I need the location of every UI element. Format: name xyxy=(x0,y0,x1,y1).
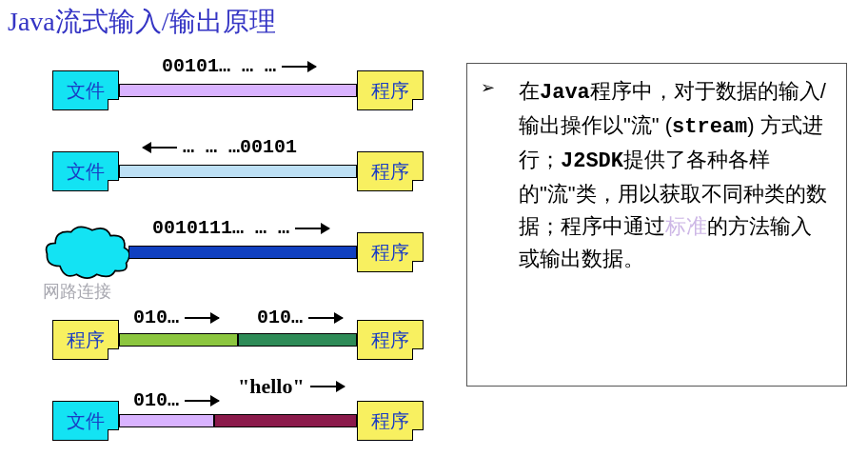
source-program-node: 程序 xyxy=(52,320,119,360)
stream-bar xyxy=(119,84,357,97)
node-label: 文件 xyxy=(67,78,105,104)
stream-bits-label: 010… xyxy=(133,389,219,411)
page-title: Java流式输入/输出原理 xyxy=(8,4,276,40)
row-program-to-program: 程序 010… 010… 程序 xyxy=(48,297,447,373)
arrow-right-icon xyxy=(185,400,219,402)
stream-bits-label-1: 010… xyxy=(133,307,219,328)
stream-bits-label-2: 010… xyxy=(257,307,343,328)
arrow-right-icon xyxy=(295,228,329,229)
stream-bar-1 xyxy=(119,414,214,427)
target-program-node: 程序 xyxy=(357,232,424,272)
node-label: 程序 xyxy=(67,327,105,353)
node-label: 程序 xyxy=(371,159,409,185)
node-label: 程序 xyxy=(371,408,409,434)
source-file-node: 文件 xyxy=(52,401,119,441)
explanation-text: 在Java程序中，对于数据的输入/输出操作以"流" (stream) 方式进行；… xyxy=(519,75,829,276)
node-label: 文件 xyxy=(67,159,105,185)
stream-bar-1 xyxy=(119,333,238,347)
arrow-left-icon xyxy=(143,147,177,149)
stream-bar-2 xyxy=(238,333,357,347)
node-label: 程序 xyxy=(371,240,409,266)
cloud-icon xyxy=(40,225,135,280)
row-network-to-program: 0010111… … … 程序 网路连接 xyxy=(48,209,447,286)
stream-bar xyxy=(119,165,357,178)
stream-bits-label: … … …00101 xyxy=(143,136,297,158)
explanation-box: ➢ 在Java程序中，对于数据的输入/输出操作以"流" (stream) 方式进… xyxy=(466,63,847,387)
target-program-node: 程序 xyxy=(357,320,424,360)
target-program-node: 程序 xyxy=(357,401,424,441)
stream-bar xyxy=(128,246,357,259)
stream-diagram: 文件 00101… … … 程序 文件 … … …00101 程序 xyxy=(48,48,447,459)
source-program-node: 程序 xyxy=(357,151,424,191)
row-file-hello-program: 文件 010… "hello" 程序 xyxy=(48,378,447,454)
hello-label: "hello" xyxy=(238,374,345,399)
arrow-right-icon xyxy=(308,317,343,319)
source-file-node: 文件 xyxy=(52,70,119,110)
stream-bits-label: 0010111… … … xyxy=(152,217,329,239)
stream-bar-2 xyxy=(214,414,357,427)
node-label: 程序 xyxy=(371,78,409,104)
target-program-node: 程序 xyxy=(357,70,424,110)
arrow-right-icon xyxy=(185,317,219,319)
row-program-to-file: 文件 … … …00101 程序 xyxy=(48,129,447,205)
row-file-to-program: 文件 00101… … … 程序 xyxy=(48,48,447,124)
stream-bits-label: 00101… … … xyxy=(162,55,316,77)
bullet-icon: ➢ xyxy=(481,75,519,276)
node-label: 文件 xyxy=(67,408,105,434)
arrow-right-icon xyxy=(310,386,345,387)
arrow-right-icon xyxy=(282,66,316,68)
node-label: 程序 xyxy=(371,327,409,353)
target-file-node: 文件 xyxy=(52,151,119,191)
